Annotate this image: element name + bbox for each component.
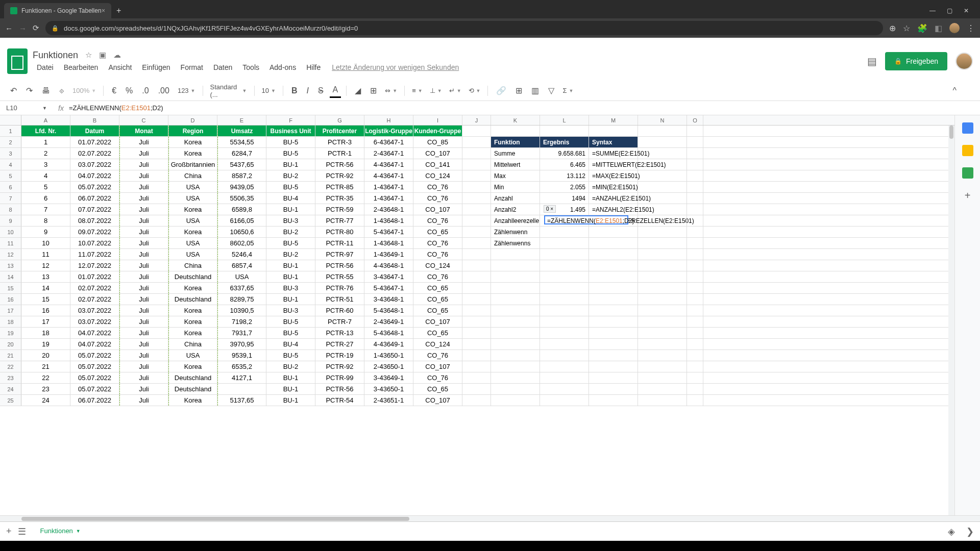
- cell[interactable]: Korea: [168, 361, 217, 372]
- column-header[interactable]: A: [21, 115, 70, 125]
- cell[interactable]: Juli: [119, 238, 168, 248]
- cell[interactable]: Monat: [119, 126, 168, 136]
- cell[interactable]: PCTR-92: [315, 170, 364, 181]
- profile-avatar-small[interactable]: [949, 23, 960, 33]
- cell[interactable]: [687, 182, 703, 192]
- cell[interactable]: 1-43648-1: [364, 238, 413, 248]
- cell[interactable]: [687, 328, 703, 338]
- cell[interactable]: [638, 215, 687, 226]
- cell[interactable]: Juli: [119, 204, 168, 215]
- formula-input[interactable]: =ZÄHLENWENN(E2:E1501;D2): [69, 104, 163, 112]
- url-input[interactable]: 🔒 docs.google.com/spreadsheets/d/1NQxJGA…: [45, 21, 883, 35]
- cell[interactable]: Syntax: [589, 137, 638, 147]
- row-header[interactable]: 8: [0, 204, 21, 215]
- row-header[interactable]: 16: [0, 294, 21, 305]
- cell[interactable]: [462, 170, 491, 181]
- cell[interactable]: [638, 182, 687, 192]
- row-header[interactable]: 11: [0, 238, 21, 248]
- cell[interactable]: 4-43647-1: [364, 170, 413, 181]
- cell[interactable]: [491, 384, 540, 394]
- row-header[interactable]: 21: [0, 350, 21, 361]
- cell[interactable]: [589, 384, 638, 394]
- cell[interactable]: [589, 395, 638, 406]
- forward-icon[interactable]: →: [19, 24, 27, 33]
- profile-avatar[interactable]: [955, 53, 973, 70]
- cell[interactable]: BU-2: [266, 361, 315, 372]
- cell[interactable]: [687, 148, 703, 159]
- cell[interactable]: [540, 372, 589, 383]
- cell[interactable]: [638, 271, 687, 282]
- cell[interactable]: [491, 339, 540, 349]
- cell[interactable]: BU-4: [266, 193, 315, 204]
- cell[interactable]: Juli: [119, 305, 168, 316]
- cell[interactable]: [491, 372, 540, 383]
- column-header[interactable]: K: [491, 115, 540, 125]
- cell[interactable]: =ANZAHL2(E2:E1501): [589, 204, 638, 215]
- cell[interactable]: Korea: [168, 316, 217, 327]
- cell[interactable]: [687, 215, 703, 226]
- cell[interactable]: [589, 283, 638, 293]
- cell[interactable]: 1-43647-1: [364, 193, 413, 204]
- merge-icon[interactable]: ⇔▼: [383, 86, 399, 95]
- cell[interactable]: BU-1: [266, 271, 315, 282]
- cell[interactable]: 2-43648-1: [364, 204, 413, 215]
- cell[interactable]: CO_76: [413, 193, 462, 204]
- cell[interactable]: 06.07.2022: [70, 193, 119, 204]
- halign-icon[interactable]: ≡▼: [410, 86, 425, 95]
- italic-icon[interactable]: I: [303, 84, 311, 97]
- decimal-inc-icon[interactable]: .00: [155, 84, 173, 97]
- cell[interactable]: [589, 305, 638, 316]
- cell[interactable]: CO_107: [413, 204, 462, 215]
- keep-icon[interactable]: [962, 145, 973, 156]
- cell[interactable]: [540, 395, 589, 406]
- cell[interactable]: [462, 384, 491, 394]
- cell[interactable]: CO_107: [413, 361, 462, 372]
- cell[interactable]: 03.07.2022: [70, 305, 119, 316]
- cell[interactable]: USA: [168, 182, 217, 192]
- cell[interactable]: Juli: [119, 350, 168, 361]
- minimize-icon[interactable]: —: [929, 7, 936, 14]
- cell[interactable]: 5-43648-1: [364, 328, 413, 338]
- cell[interactable]: [638, 350, 687, 361]
- cell[interactable]: CO_76: [413, 372, 462, 383]
- cell[interactable]: [638, 249, 687, 260]
- cell[interactable]: CO_124: [413, 339, 462, 349]
- cell[interactable]: 3-43649-1: [364, 372, 413, 383]
- cell[interactable]: Korea: [168, 148, 217, 159]
- cell[interactable]: Juli: [119, 193, 168, 204]
- cell[interactable]: [638, 384, 687, 394]
- cell[interactable]: PCTR-77: [315, 215, 364, 226]
- cell[interactable]: 11.07.2022: [70, 249, 119, 260]
- cell[interactable]: 4127,1: [217, 372, 266, 383]
- cell[interactable]: 10.07.2022: [70, 238, 119, 248]
- cell[interactable]: 02.07.2022: [70, 294, 119, 305]
- cell[interactable]: BU-5: [266, 182, 315, 192]
- cell[interactable]: Großbritannien: [168, 159, 217, 170]
- cell[interactable]: Juli: [119, 283, 168, 293]
- fill-color-icon[interactable]: ◢: [352, 84, 364, 97]
- cell[interactable]: CO_76: [413, 238, 462, 248]
- cell[interactable]: CO_65: [413, 227, 462, 237]
- cell[interactable]: 06.07.2022: [70, 395, 119, 406]
- cell[interactable]: 19: [21, 339, 70, 349]
- cell[interactable]: [540, 126, 589, 136]
- cell[interactable]: 05.07.2022: [70, 384, 119, 394]
- cell[interactable]: CO_65: [413, 305, 462, 316]
- cell[interactable]: PCTR-97: [315, 249, 364, 260]
- column-header[interactable]: D: [168, 115, 217, 125]
- print-icon[interactable]: 🖶: [39, 84, 53, 97]
- cell[interactable]: [462, 328, 491, 338]
- cell[interactable]: [589, 271, 638, 282]
- cell[interactable]: 9.658.681: [540, 148, 589, 159]
- menu-hilfe[interactable]: Hilfe: [302, 62, 325, 73]
- cell[interactable]: BU-4: [266, 339, 315, 349]
- cell[interactable]: [217, 384, 266, 394]
- cell[interactable]: 5506,35: [217, 193, 266, 204]
- cell[interactable]: PCTR-11: [315, 238, 364, 248]
- cell[interactable]: [491, 260, 540, 271]
- cell[interactable]: [638, 283, 687, 293]
- cell[interactable]: PCTR-51: [315, 294, 364, 305]
- menu-format[interactable]: Format: [177, 62, 207, 73]
- cell[interactable]: PCTR-55: [315, 271, 364, 282]
- cell[interactable]: 11: [21, 249, 70, 260]
